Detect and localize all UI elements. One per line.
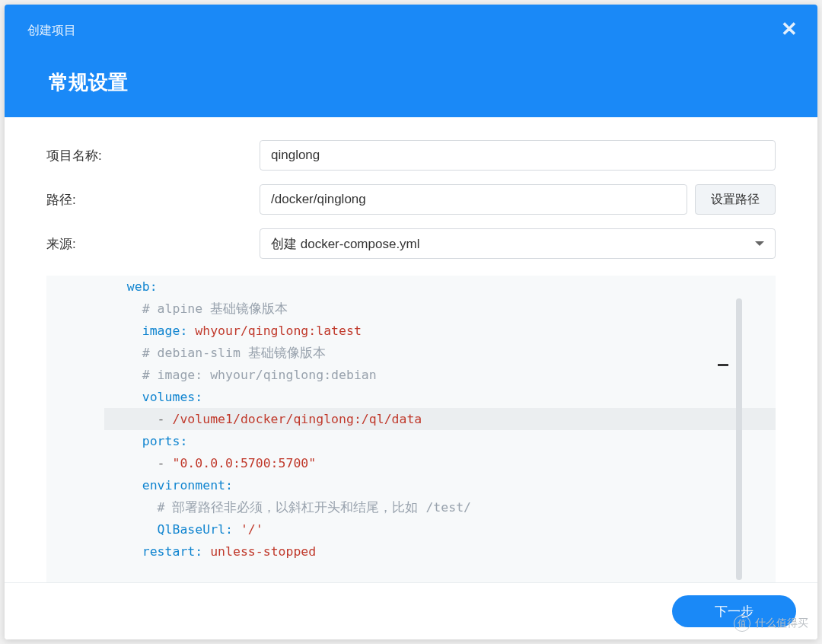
line-code: # debian-slim 基础镜像版本 [104,342,326,364]
line-code: web: [104,276,158,298]
editor-line[interactable]: 14 QlBaseUrl: '/' [46,518,776,540]
editor-line[interactable]: 8 volumes: [46,386,776,408]
modal-header: 创建项目 常规设置 ✕ [5,5,817,117]
editor-line[interactable]: 13 # 部署路径非必须，以斜杠开头和结尾，比如 /test/ [46,496,776,518]
source-select-value: 创建 docker-compose.yml [271,235,420,253]
line-code: - "0.0.0.0:5700:5700" [104,452,316,474]
source-label: 来源: [46,235,260,253]
editor-line[interactable]: 7 # image: whyour/qinglong:debian [46,364,776,386]
line-code: environment: [104,474,233,496]
chevron-down-icon [755,241,764,246]
compose-editor[interactable]: 3 web:4 # alpine 基础镜像版本5 image: whyour/q… [46,276,776,582]
editor-cursor-marker [718,364,728,366]
editor-line[interactable]: 10 ports: [46,430,776,452]
editor-line[interactable]: 3 web: [46,276,776,298]
path-input[interactable] [260,184,687,215]
modal-body: 项目名称: 路径: 设置路径 来源: 创建 docker-compose.yml… [5,117,817,582]
editor-line[interactable]: 11 - "0.0.0.0:5700:5700" [46,452,776,474]
editor-line[interactable]: 4 # alpine 基础镜像版本 [46,298,776,320]
path-label: 路径: [46,191,260,209]
create-project-modal: 创建项目 常规设置 ✕ 项目名称: 路径: 设置路径 来源: 创建 docker… [5,5,817,639]
editor-line[interactable]: 5 image: whyour/qinglong:latest [46,320,776,342]
line-code: - /volume1/docker/qinglong:/ql/data [104,408,422,430]
line-code: # 部署路径非必须，以斜杠开头和结尾，比如 /test/ [104,496,471,518]
editor-scrollbar-thumb[interactable] [736,298,742,580]
close-icon[interactable]: ✕ [781,21,796,37]
line-code: ports: [104,430,187,452]
row-path: 路径: 设置路径 [46,184,776,215]
modal-footer: 下一步 [5,582,817,639]
modal-title-small: 创建项目 [27,23,795,39]
line-code: image: whyour/qinglong:latest [104,320,362,342]
project-name-label: 项目名称: [46,147,260,164]
editor-line[interactable]: 9 - /volume1/docker/qinglong:/ql/data [46,408,776,430]
editor-line[interactable]: 12 environment: [46,474,776,496]
project-name-input[interactable] [260,140,776,171]
set-path-button[interactable]: 设置路径 [695,184,776,215]
editor-gutter [46,276,104,582]
line-code: volumes: [104,386,202,408]
line-code: QlBaseUrl: '/' [104,518,263,540]
editor-line[interactable]: 16 [46,563,776,582]
editor-line[interactable]: 15 restart: unless-stopped [46,540,776,563]
source-select[interactable]: 创建 docker-compose.yml [260,228,776,259]
editor-scrollbar[interactable] [736,298,742,582]
editor-line[interactable]: 6 # debian-slim 基础镜像版本 [46,342,776,364]
line-code: # alpine 基础镜像版本 [104,298,288,320]
row-source: 来源: 创建 docker-compose.yml [46,228,776,259]
row-project-name: 项目名称: [46,140,776,171]
modal-title-big: 常规设置 [49,69,795,96]
line-code: # image: whyour/qinglong:debian [104,364,377,386]
next-button[interactable]: 下一步 [672,595,796,627]
line-code: restart: unless-stopped [104,540,316,563]
